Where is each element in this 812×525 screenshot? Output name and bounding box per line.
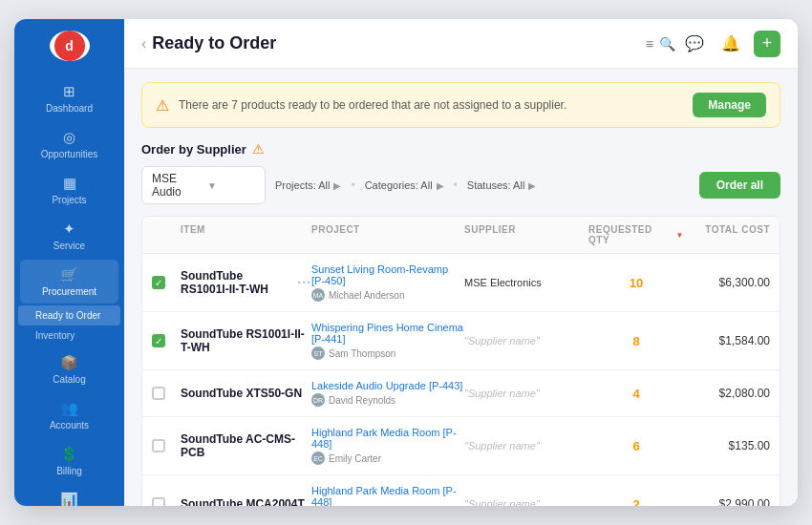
catalog-icon: 📦 xyxy=(60,354,78,371)
chat-button[interactable]: 💬 xyxy=(681,31,708,57)
project-link[interactable]: Lakeside Audio Upgrade [P-443] xyxy=(311,380,464,391)
sidebar-item-procurement[interactable]: 🛒 Procurement xyxy=(20,260,118,304)
project-link[interactable]: Sunset Living Room-Revamp [P-450] xyxy=(311,263,464,286)
row-checkbox[interactable]: ✓ xyxy=(152,334,165,347)
sidebar-item-label: Accounts xyxy=(50,420,89,430)
notifications-button[interactable]: 🔔 xyxy=(717,31,744,57)
dashboard-icon: ⊞ xyxy=(63,83,75,100)
sidebar-item-billing[interactable]: 💲 Billing xyxy=(20,439,118,483)
sidebar-item-projects[interactable]: ▦ Projects xyxy=(20,168,118,212)
table-header: ITEM PROJECT SUPPLIER REQUESTED QTY ▼ TO… xyxy=(142,217,780,254)
reports-icon: 📊 xyxy=(60,492,78,506)
supplier-cell: "Supplier name" xyxy=(464,388,588,399)
filter-icon[interactable]: ≡ xyxy=(646,36,653,52)
filter-sep-2: • xyxy=(454,178,458,192)
table-row: ✓ SoundTube RS1001I-II-T-WH Whispering P… xyxy=(142,312,780,370)
sidebar-item-ready-to-order[interactable]: Ready to Order xyxy=(18,305,120,326)
sidebar-item-dashboard[interactable]: ⊞ Dashboard xyxy=(20,76,118,120)
row-checkbox[interactable]: ✓ xyxy=(152,276,165,289)
accounts-icon: 👥 xyxy=(60,400,78,417)
supplier-dropdown[interactable]: MSE Audio ▼ xyxy=(141,166,266,204)
project-person: ST Sam Thompson xyxy=(311,346,464,360)
sidebar-item-catalog[interactable]: 📦 Catalog xyxy=(20,347,118,391)
order-all-button[interactable]: Order all xyxy=(699,172,780,199)
sidebar-item-label: Catalog xyxy=(53,374,85,385)
app-logo[interactable]: d xyxy=(50,31,90,61)
th-total-cost: TOTAL COST xyxy=(684,224,770,245)
th-item: ITEM xyxy=(181,224,311,245)
statuses-label: Statuses: All xyxy=(467,179,525,191)
add-button[interactable]: + xyxy=(754,31,780,57)
th-supplier: SUPPLIER xyxy=(464,224,588,245)
person-avatar: MA xyxy=(311,288,325,302)
qty-cell: 8 xyxy=(588,334,684,348)
project-cell: Sunset Living Room-Revamp [P-450] MA Mic… xyxy=(311,263,464,302)
project-person: DR David Reynolds xyxy=(311,393,464,407)
sidebar-item-inventory[interactable]: Inventory xyxy=(14,326,124,346)
project-cell: Highland Park Media Room [P-448] EC Emil… xyxy=(311,485,464,506)
projects-filter[interactable]: Projects: All ▶ xyxy=(275,179,341,191)
logo-letter: d xyxy=(54,31,85,61)
section-title: Order by Supplier xyxy=(141,142,246,157)
section-header: Order by Supplier ⚠ xyxy=(141,141,780,157)
billing-icon: 💲 xyxy=(60,446,78,463)
project-link[interactable]: Highland Park Media Room [P-448] xyxy=(311,485,464,506)
header-action-icons: 💬 🔔 + xyxy=(681,31,780,57)
item-name: SoundTube RS1001I-II-T-WH xyxy=(181,327,311,354)
sidebar-item-label: Dashboard xyxy=(46,103,93,114)
main-content: ⚠ There are 7 products ready to be order… xyxy=(124,69,798,506)
th-requested-qty[interactable]: REQUESTED QTY ▼ xyxy=(588,224,684,245)
supplier-cell: MSE Electronics xyxy=(464,277,588,288)
item-options-icon[interactable]: ··· xyxy=(297,275,311,290)
sidebar-item-label: Service xyxy=(53,241,85,251)
project-person: MA Michael Anderson xyxy=(311,288,464,302)
header-middle-icons: ≡ 🔍 xyxy=(638,36,675,52)
project-cell: Highland Park Media Room [P-448] EC Emil… xyxy=(311,427,464,465)
sidebar-item-reports[interactable]: 📊 Reports xyxy=(20,485,118,506)
table-row: SoundTube MCA2004T Highland Park Media R… xyxy=(142,475,780,506)
supplier-cell: "Supplier name" xyxy=(464,440,588,452)
projects-label: Projects: All xyxy=(275,179,330,191)
section-warning-icon: ⚠ xyxy=(252,141,265,157)
qty-cell: 2 xyxy=(588,497,684,507)
filter-sep-1: • xyxy=(351,178,354,192)
person-avatar: DR xyxy=(311,393,325,407)
item-name: SoundTube MCA2004T xyxy=(181,497,311,506)
dropdown-arrow-icon: ▼ xyxy=(207,180,255,191)
project-link[interactable]: Highland Park Media Room [P-448] xyxy=(311,427,464,450)
qty-cell: 4 xyxy=(588,387,684,401)
qty-cell: 10 xyxy=(588,276,684,290)
sidebar-item-service[interactable]: ✦ Service xyxy=(20,214,118,258)
search-icon[interactable]: 🔍 xyxy=(659,36,675,52)
row-checkbox[interactable] xyxy=(152,439,165,452)
cost-cell: $1,584.00 xyxy=(684,334,770,347)
alert-banner: ⚠ There are 7 products ready to be order… xyxy=(141,82,780,128)
row-checkbox[interactable] xyxy=(152,497,165,506)
project-cell: Lakeside Audio Upgrade [P-443] DR David … xyxy=(311,380,464,407)
categories-filter[interactable]: Categories: All ▶ xyxy=(365,179,444,191)
alert-icon: ⚠ xyxy=(156,96,169,115)
manage-button[interactable]: Manage xyxy=(693,93,766,117)
filters-row: MSE Audio ▼ Projects: All ▶ • Categories… xyxy=(141,166,780,204)
categories-arrow-icon: ▶ xyxy=(437,180,444,191)
qty-cell: 6 xyxy=(588,439,684,453)
projects-arrow-icon: ▶ xyxy=(333,180,341,191)
person-avatar: EC xyxy=(311,452,325,465)
sidebar-item-opportunities[interactable]: ◎ Opportunities xyxy=(20,122,118,166)
person-avatar: ST xyxy=(311,346,325,360)
cost-cell: $6,300.00 xyxy=(684,276,770,289)
project-link[interactable]: Whispering Pines Home Cinema [P-441] xyxy=(311,322,464,345)
statuses-arrow-icon: ▶ xyxy=(528,180,536,191)
back-button[interactable]: ‹ xyxy=(141,35,146,52)
sidebar-item-label: Procurement xyxy=(42,286,96,297)
items-table: ITEM PROJECT SUPPLIER REQUESTED QTY ▼ TO… xyxy=(141,216,780,506)
sidebar-item-label: Projects xyxy=(52,195,86,205)
sidebar-item-accounts[interactable]: 👥 Accounts xyxy=(20,393,118,437)
statuses-filter[interactable]: Statuses: All ▶ xyxy=(467,179,537,191)
table-row: ✓ SoundTube RS1001I-II-T-WH ··· Sunset L… xyxy=(142,254,780,312)
item-name: SoundTube RS1001I-II-T-WH ··· xyxy=(181,269,311,296)
categories-label: Categories: All xyxy=(365,179,433,191)
item-name: SoundTube AC-CMS-PCB xyxy=(181,432,311,459)
row-checkbox[interactable] xyxy=(152,387,165,400)
project-person: EC Emily Carter xyxy=(311,452,464,465)
